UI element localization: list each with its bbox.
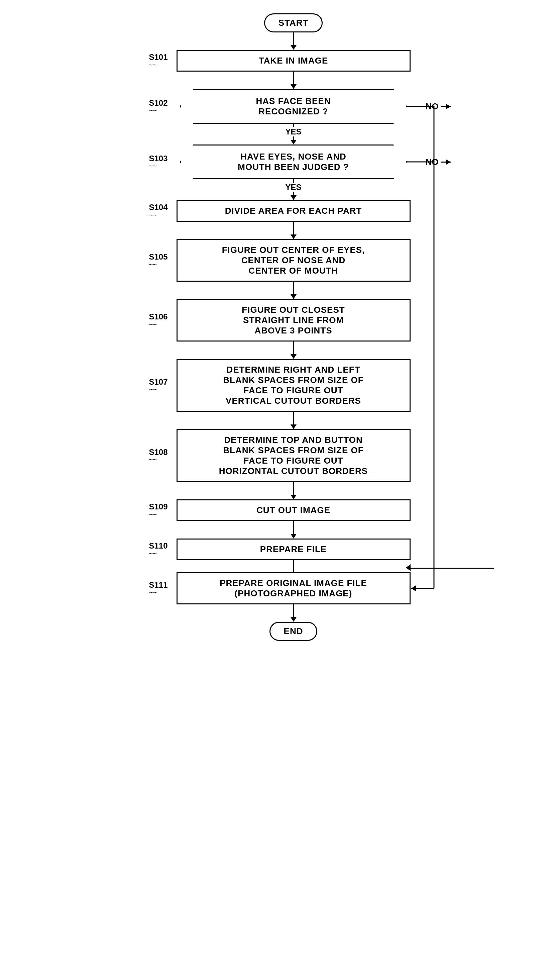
step-s107-label: S107 ~~ (149, 378, 168, 393)
step-s104-label: S104 ~~ (149, 203, 168, 218)
flowchart-container: START S101 ~~ TAKE IN IMAGE S102 ~~ (116, 13, 444, 641)
step-s110-row: S110 ~~ PREPARE FILE (143, 538, 444, 560)
s103-yes-area: YES (285, 179, 301, 200)
step-s106-label: S106 ~~ (149, 312, 168, 328)
step-s107-row: S107 ~~ DETERMINE RIGHT AND LEFTBLANK SP… (143, 359, 444, 412)
svg-marker-3 (446, 159, 451, 165)
step-s111-box: PREPARE ORIGINAL IMAGE FILE(PHOTOGRAPHED… (176, 572, 410, 604)
step-s103-diamond-wrap: HAVE EYES, NOSE ANDMOUTH BEEN JUDGED ? N… (180, 145, 407, 179)
step-s109-label: S109 ~~ (149, 503, 168, 518)
step-s110-box: PREPARE FILE (176, 538, 410, 560)
arrow-11 (291, 604, 297, 622)
step-s107-box: DETERMINE RIGHT AND LEFTBLANK SPACES FRO… (176, 359, 410, 412)
step-s111-row: S111 ~~ PREPARE ORIGINAL IMAGE FILE(PHOT… (143, 572, 444, 604)
step-s109-row: S109 ~~ CUT OUT IMAGE (143, 499, 444, 521)
step-s102-diamond-wrap: HAS FACE BEENRECOGNIZED ? NO (180, 89, 407, 124)
arrow-s103-yes (293, 179, 294, 183)
step-s105-row: S105 ~~ FIGURE OUT CENTER OF EYES,CENTER… (143, 239, 444, 281)
arrow-7 (291, 412, 297, 429)
step-s103-label: S103 ~~ (149, 154, 168, 170)
step-s105-box: FIGURE OUT CENTER OF EYES,CENTER OF NOSE… (176, 239, 410, 281)
step-s111-label: S111 ~~ (149, 581, 168, 596)
step-s106-box: FIGURE OUT CLOSESTSTRAIGHT LINE FROMABOV… (176, 299, 410, 341)
step-s103-row: S103 ~~ HAVE EYES, NOSE ANDMOUTH BEEN JU… (143, 145, 444, 179)
s102-yes-area: YES (285, 124, 301, 145)
s102-no-label: NO (425, 102, 451, 112)
step-s108-row: S108 ~~ DETERMINE TOP AND BUTTONBLANK SP… (143, 429, 444, 482)
step-s103-diamond: HAVE EYES, NOSE ANDMOUTH BEEN JUDGED ? (180, 145, 407, 179)
flowchart-center-column: START S101 ~~ TAKE IN IMAGE S102 ~~ (143, 13, 444, 641)
start-row: START (143, 13, 444, 32)
arrow-s102-yes-2 (291, 137, 297, 145)
svg-marker-1 (446, 104, 451, 109)
arrow-9 (291, 521, 297, 538)
arrow-6 (291, 341, 297, 359)
step-s106-row: S106 ~~ FIGURE OUT CLOSESTSTRAIGHT LINE … (143, 299, 444, 341)
s103-yes-label: YES (285, 183, 301, 192)
s103-no-label: NO (425, 157, 451, 167)
step-s102-label: S102 ~~ (149, 99, 168, 114)
step-s102-diamond: HAS FACE BEENRECOGNIZED ? (180, 89, 407, 124)
end-row: END (143, 622, 444, 641)
arrow-5 (291, 281, 297, 299)
step-s108-box: DETERMINE TOP AND BUTTONBLANK SPACES FRO… (176, 429, 410, 482)
step-s101-box: TAKE IN IMAGE (176, 50, 410, 72)
step-s101-row: S101 ~~ TAKE IN IMAGE (143, 50, 444, 72)
step-s104-row: S104 ~~ DIVIDE AREA FOR EACH PART (143, 200, 444, 222)
start-oval: START (264, 13, 323, 32)
arrow-s102-yes (293, 124, 294, 127)
arrow-8 (291, 482, 297, 499)
arrow-s103-yes-2 (291, 192, 297, 200)
arrow-10-col (176, 560, 410, 572)
step-s105-label: S105 ~~ (149, 253, 168, 268)
end-oval: END (269, 622, 317, 641)
s102-yes-label: YES (285, 127, 301, 137)
arrow-1 (291, 32, 297, 50)
right-to-s111-line (410, 568, 494, 569)
arrow-to-s111 (176, 560, 410, 572)
step-s101-label: S101 ~~ (149, 53, 168, 68)
step-s102-row: S102 ~~ HAS FACE BEENRECOGNIZED ? NO (143, 89, 444, 124)
svg-marker-4 (406, 564, 410, 571)
arrow-2 (291, 72, 297, 89)
arrow-4 (291, 222, 297, 239)
step-s104-box: DIVIDE AREA FOR EACH PART (176, 200, 410, 222)
step-s108-label: S108 ~~ (149, 448, 168, 463)
step-s110-label: S110 ~~ (149, 541, 168, 557)
step-s109-box: CUT OUT IMAGE (176, 499, 410, 521)
